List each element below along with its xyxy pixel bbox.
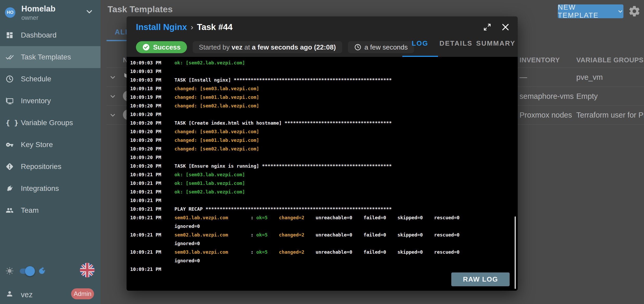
log-line-text: changed: [sem03.lab.vezpi.com] — [174, 84, 259, 93]
clock-icon — [6, 75, 14, 83]
cell-variable-groups: Terraform user for Proxm — [576, 111, 644, 119]
user-row[interactable]: vez Admin — [0, 288, 101, 301]
log-line-text: ignored=0 — [174, 239, 200, 248]
sidebar-item-label: Dashboard — [21, 31, 57, 39]
sidebar: HO Homelab owner Dashboard Task Template… — [0, 0, 101, 304]
log-line-text: ok: [sem02.lab.vezpi.com] — [174, 187, 245, 196]
log-timestamp: 10:09:21 PM — [130, 248, 174, 256]
log-timestamp: 10:09:21 PM — [130, 205, 174, 213]
sidebar-item-team[interactable]: Team — [0, 199, 101, 221]
sidebar-item-repositories[interactable]: Repositories — [0, 156, 101, 178]
cell-inventory: semaphore-vms — [520, 92, 574, 100]
started-time: a few seconds ago (22:08) — [252, 43, 336, 51]
log-line-text: TASK [Install nginx] *******************… — [174, 76, 392, 84]
log-timestamp: 10:09:20 PM — [130, 153, 174, 162]
log-line-text: changed: [sem03.lab.vezpi.com] — [174, 127, 259, 136]
log-timestamp: 10:09:03 PM — [130, 58, 174, 67]
sidebar-item-integrations[interactable]: Integrations — [0, 178, 101, 199]
log-scrollbar[interactable] — [515, 216, 516, 289]
task-id: Task #44 — [197, 22, 233, 32]
chevron-down-icon[interactable] — [109, 112, 116, 120]
sidebar-item-label: Repositories — [21, 162, 61, 171]
git-icon — [6, 163, 14, 171]
chevron-down-icon — [85, 7, 94, 17]
moon-icon — [38, 266, 46, 276]
sidebar-item-dashboard[interactable]: Dashboard — [0, 24, 101, 46]
log-timestamp — [130, 256, 174, 265]
sidebar-item-label: Inventory — [21, 97, 51, 105]
log-line-text: ignored=0 — [174, 256, 200, 265]
raw-log-button[interactable]: RAW LOG — [451, 272, 510, 286]
sidebar-item-label: Key Store — [21, 141, 53, 149]
log-line-text: changed: [sem01.lab.vezpi.com] — [174, 136, 259, 144]
started-user: vez — [232, 43, 242, 51]
sidebar-item-label: Variable Groups — [21, 119, 73, 127]
log-line-text: ok: [sem02.lab.vezpi.com] — [174, 58, 245, 67]
started-prefix: Started by — [199, 43, 232, 51]
column-header-inventory: INVENTORY — [520, 56, 560, 64]
cell-variable-groups: pve_vm — [576, 73, 603, 81]
log-row: 10:09:21 PMsem02.lab.vezpi.com : ok=5 ch… — [130, 230, 518, 239]
column-header-variable-groups: VARIABLE GROUPS — [576, 56, 643, 64]
sidebar-item-inventory[interactable]: Inventory — [0, 90, 101, 112]
admin-badge: Admin — [71, 288, 94, 299]
log-timestamp: 10:09:19 PM — [130, 93, 174, 101]
log-timestamp: 10:09:20 PM — [130, 136, 174, 144]
chevron-down-icon[interactable] — [109, 74, 116, 82]
log-row: 10:09:20 PMchanged: [sem02.lab.vezpi.com… — [130, 144, 518, 153]
workspace-switcher[interactable]: HO Homelab owner — [0, 0, 101, 26]
sidebar-item-label: Integrations — [21, 184, 59, 193]
log-row: 10:09:20 PMchanged: [sem01.lab.vezpi.com… — [130, 136, 518, 144]
log-timestamp: 10:09:21 PM — [130, 179, 174, 187]
log-timestamp: 10:09:21 PM — [130, 213, 174, 222]
log-timestamp: 10:09:20 PM — [130, 101, 174, 110]
new-template-label: NEW TEMPLATE — [558, 3, 615, 20]
template-link[interactable]: Install Nginx — [136, 22, 187, 32]
log-line-text: changed: [sem01.lab.vezpi.com] — [174, 93, 259, 101]
tab-details[interactable]: DETAILS — [440, 39, 473, 47]
log-row: ignored=0 — [130, 239, 518, 248]
status-label: Success — [153, 43, 181, 51]
log-timestamp: 10:09:03 PM — [130, 67, 174, 76]
log-row: 10:09:21 PMsem03.lab.vezpi.com : ok=5 ch… — [130, 248, 518, 256]
log-row: 10:09:03 PM — [130, 67, 518, 76]
log-timestamp: 10:09:21 PM — [130, 265, 174, 273]
log-line-text: changed: [sem02.lab.vezpi.com] — [174, 144, 259, 153]
dark-mode-toggle[interactable] — [20, 269, 34, 274]
log-row: 10:09:21 PMPLAY RECAP ******************… — [130, 205, 518, 213]
log-line-text: TASK [Ensure nginx is running] *********… — [174, 162, 392, 170]
chevron-down-icon[interactable] — [109, 93, 116, 101]
log-row: 10:09:20 PM — [130, 110, 518, 119]
log-row: 10:09:20 PMTASK [Ensure nginx is running… — [130, 162, 518, 170]
log-row: 10:09:03 PMok: [sem02.lab.vezpi.com] — [130, 58, 518, 67]
close-icon[interactable] — [501, 22, 510, 32]
gear-icon[interactable] — [628, 5, 641, 17]
dialog-breadcrumb: Install Nginx › Task #44 — [136, 22, 233, 32]
log-row: 10:09:20 PMchanged: [sem02.lab.vezpi.com… — [130, 101, 518, 110]
people-icon — [6, 206, 14, 214]
log-timestamp: 10:09:21 PM — [130, 196, 174, 205]
language-flag-uk[interactable] — [80, 263, 95, 277]
log-line-text: TASK [Create index.html with hostname] *… — [174, 119, 392, 127]
sidebar-item-task-templates[interactable]: Task Templates — [0, 46, 101, 68]
new-template-button[interactable]: NEW TEMPLATE — [558, 4, 623, 18]
tab-summary[interactable]: SUMMARY — [476, 39, 516, 47]
log-row: 10:09:21 PMok: [sem02.lab.vezpi.com] — [130, 187, 518, 196]
started-connector: at — [242, 43, 252, 51]
log-line-text: sem02.lab.vezpi.com : ok=5 changed=2 unr… — [174, 230, 460, 239]
braces-icon: { } — [6, 119, 14, 127]
clock-icon — [354, 44, 361, 51]
workspace-name: Homelab — [21, 4, 55, 14]
log-timestamp — [130, 239, 174, 248]
check-circle-icon — [142, 43, 150, 51]
log-row: 10:09:21 PMok: [sem01.lab.vezpi.com] — [130, 179, 518, 187]
tab-log[interactable]: LOG — [412, 39, 428, 47]
sidebar-item-schedule[interactable]: Schedule — [0, 68, 101, 90]
sidebar-nav: Dashboard Task Templates Schedule Invent… — [0, 24, 101, 221]
sun-icon — [5, 266, 14, 276]
sidebar-item-key-store[interactable]: Key Store — [0, 134, 101, 156]
sidebar-item-variable-groups[interactable]: { } Variable Groups — [0, 112, 101, 134]
log-line-text: sem01.lab.vezpi.com : ok=5 changed=2 unr… — [174, 213, 460, 222]
expand-icon[interactable] — [483, 23, 492, 32]
log-row: 10:09:21 PMsem01.lab.vezpi.com : ok=5 ch… — [130, 213, 518, 222]
